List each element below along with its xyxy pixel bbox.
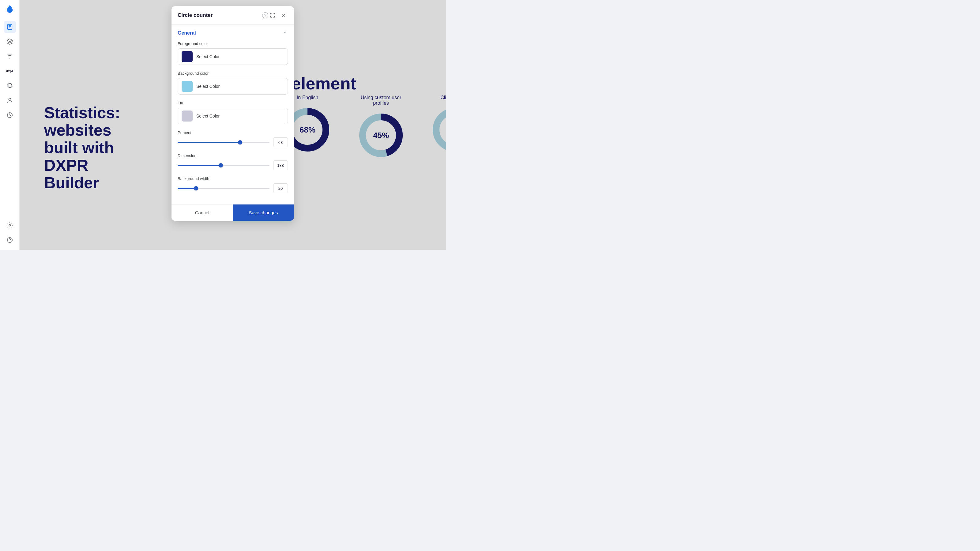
sidebar-item-settings[interactable] xyxy=(4,219,16,232)
fill-color-field: Fill Select Color xyxy=(178,101,288,124)
fill-color-swatch xyxy=(181,111,192,122)
svg-point-4 xyxy=(7,238,12,243)
foreground-color-field: Foreground color Select Color xyxy=(178,41,288,65)
foreground-color-button[interactable]: Select Color xyxy=(178,48,288,65)
background-width-label: Background width xyxy=(178,176,288,181)
dimension-slider[interactable] xyxy=(178,165,269,166)
background-width-slider-row: 20 xyxy=(178,183,288,193)
percent-slider-row: 68 xyxy=(178,137,288,147)
modal-title: Circle counter xyxy=(178,12,260,18)
background-width-value: 20 xyxy=(273,183,288,193)
modal-header-actions xyxy=(268,11,288,20)
logo[interactable] xyxy=(4,4,15,15)
background-width-field: Background width 20 xyxy=(178,176,288,193)
sidebar-item-layers[interactable] xyxy=(4,35,16,48)
dimension-field: Dimension 188 xyxy=(178,153,288,170)
circle-counter-modal: Circle counter ? xyxy=(172,6,294,221)
dimension-slider-thumb[interactable] xyxy=(219,163,223,167)
dimension-value: 188 xyxy=(273,160,288,170)
main-area: Statistics: websites built with DXPR Bui… xyxy=(20,0,446,250)
sidebar-item-puzzle[interactable] xyxy=(4,79,16,92)
save-button[interactable]: Save changes xyxy=(233,205,294,221)
foreground-color-label: Foreground color xyxy=(178,41,288,46)
sidebar-bottom xyxy=(4,219,16,246)
dxpr-label: dxpr xyxy=(6,70,13,73)
section-collapse-icon[interactable] xyxy=(282,30,288,37)
dimension-slider-fill xyxy=(178,165,221,166)
sidebar-item-pages[interactable] xyxy=(4,21,16,33)
svg-point-3 xyxy=(9,224,11,226)
cancel-button[interactable]: Cancel xyxy=(172,205,233,221)
expand-button[interactable] xyxy=(268,11,277,20)
fill-color-text: Select Color xyxy=(196,114,220,119)
svg-point-1 xyxy=(9,98,11,100)
percent-slider-fill xyxy=(178,142,240,143)
background-color-swatch xyxy=(181,81,192,92)
svg-rect-0 xyxy=(7,24,12,30)
background-width-slider-thumb[interactable] xyxy=(194,186,198,191)
sidebar-item-chart[interactable] xyxy=(4,109,16,121)
percent-field: Percent 68 xyxy=(178,130,288,147)
percent-slider[interactable] xyxy=(178,142,269,143)
dimension-slider-row: 188 xyxy=(178,160,288,170)
percent-slider-thumb[interactable] xyxy=(238,140,242,144)
modal-footer: Cancel Save changes xyxy=(172,204,294,221)
section-header: General xyxy=(178,30,288,37)
dimension-label: Dimension xyxy=(178,153,288,158)
sidebar-item-help[interactable] xyxy=(4,234,16,246)
percent-label: Percent xyxy=(178,130,288,135)
sidebar-item-filter[interactable] xyxy=(4,50,16,62)
percent-value: 68 xyxy=(273,137,288,147)
modal-header: Circle counter ? xyxy=(172,6,294,25)
fill-color-button[interactable]: Select Color xyxy=(178,108,288,124)
foreground-color-text: Select Color xyxy=(196,54,220,59)
background-color-text: Select Color xyxy=(196,84,220,89)
background-color-field: Background color Select Color xyxy=(178,71,288,95)
foreground-color-swatch xyxy=(181,51,192,62)
sidebar: dxpr xyxy=(0,0,20,250)
close-button[interactable] xyxy=(279,11,288,20)
fill-label: Fill xyxy=(178,101,288,105)
modal-overlay: Circle counter ? xyxy=(20,0,446,250)
section-title: General xyxy=(178,30,196,36)
sidebar-item-dxpr[interactable]: dxpr xyxy=(4,65,16,77)
background-color-label: Background color xyxy=(178,71,288,76)
background-width-slider-fill xyxy=(178,187,196,189)
sidebar-item-user[interactable] xyxy=(4,94,16,106)
help-icon[interactable]: ? xyxy=(262,12,268,18)
modal-body: General Foreground color Select Color xyxy=(172,25,294,204)
background-width-slider[interactable] xyxy=(178,187,269,189)
background-color-button[interactable]: Select Color xyxy=(178,78,288,95)
